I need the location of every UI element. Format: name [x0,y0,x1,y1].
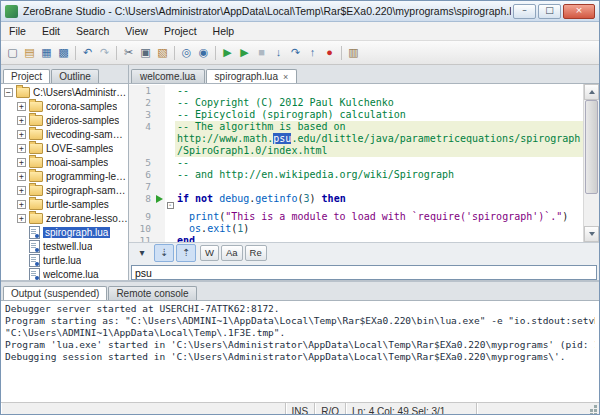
open-file-icon[interactable]: ▤ [21,44,38,61]
code-text: end [175,235,583,242]
tree-folder-item[interactable]: +LOVE-samples [1,141,128,155]
code-token: end [177,235,195,242]
whole-word-toggle[interactable]: W [200,245,219,261]
window-title: ZeroBrane Studio - C:\Users\Administrato… [23,5,511,17]
menu-help[interactable]: Help [205,24,243,38]
expand-expander-icon[interactable]: + [17,116,26,125]
minimize-button[interactable]: – [513,4,536,19]
code-line: 5-- [129,157,583,169]
code-token: -- Epicycloid (spirograph) calculation [177,109,406,120]
code-token: ) [562,211,568,222]
expand-expander-icon[interactable]: + [17,186,26,195]
code-text: -- [175,157,583,169]
fold-collapse-icon[interactable]: - [167,202,174,209]
find-next-icon[interactable]: ⇣ [154,244,174,262]
menu-file[interactable]: File [1,24,34,38]
find-menu-icon[interactable]: ▾ [132,244,152,262]
undo-icon[interactable]: ↶ [79,44,96,61]
search-input[interactable] [131,265,597,280]
step-into-icon[interactable]: ↓ [270,44,287,61]
copy-icon[interactable]: ▣ [137,44,154,61]
code-token: -- [177,157,189,168]
code-token: getinfo [255,193,297,204]
tab-output[interactable]: Output (suspended) [3,286,107,300]
project-panel-tabs: Project Outline [1,65,128,84]
tree-folder-item[interactable]: +corona-samples [1,99,128,113]
scrollbar-track[interactable] [584,194,599,226]
menu-search[interactable]: Search [68,24,117,38]
tab-remote-console[interactable]: Remote console [108,286,196,300]
cut-icon[interactable]: ✂ [120,44,137,61]
output-panel: Output (suspended) Remote console Debugg… [1,280,599,402]
tree-root-item[interactable]: −C:\Users\Administrator\App... [1,85,128,99]
tree-folder-item[interactable]: +spirograph-samples [1,183,128,197]
tree-file-item[interactable]: spirograph.lua [1,225,128,239]
tree-item-label: LOVE-samples [46,143,113,154]
editor-scrollbar[interactable] [583,84,599,242]
code-area[interactable]: 1--2-- Copyright (C) 2012 Paul Kulchenko… [129,84,583,242]
expand-expander-icon[interactable]: + [17,158,26,167]
menu-edit[interactable]: Edit [34,24,68,38]
scroll-up-icon[interactable] [584,84,599,100]
expand-expander-icon[interactable]: + [17,172,26,181]
status-message [1,403,286,415]
code-editor[interactable]: 1--2-- Copyright (C) 2012 Paul Kulchenko… [129,84,599,242]
line-number: 10 [129,223,154,235]
new-file-icon[interactable]: ▢ [4,44,21,61]
expand-expander-icon[interactable]: + [17,214,26,223]
run-icon[interactable]: ▶ [219,44,236,61]
code-text [175,181,583,193]
tab-spirograph-lua[interactable]: spirograph.lua × [206,69,298,83]
stop-icon[interactable]: ■ [253,44,270,61]
tree-folder-item[interactable]: +turtle-samples [1,197,128,211]
tab-project[interactable]: Project [3,69,50,83]
menu-project[interactable]: Project [156,24,205,38]
close-button[interactable]: × [563,4,595,19]
lua-file-icon [29,254,40,267]
tree-item-label: livecoding-samples [46,129,128,140]
code-text: os.exit(1) [175,223,583,235]
tree-folder-item[interactable]: +moai-samples [1,155,128,169]
breakpoint-icon[interactable]: ● [321,44,338,61]
tree-item-label: spirograph.lua [43,227,110,238]
expand-expander-icon[interactable]: + [17,102,26,111]
help-book-icon[interactable]: ▥ [345,44,362,61]
tab-close-icon[interactable]: × [283,72,288,82]
tree-folder-item[interactable]: +gideros-samples [1,113,128,127]
tree-folder-item[interactable]: +zerobrane-lessons [1,211,128,225]
maximize-button[interactable]: □ [538,4,561,19]
find-prev-icon[interactable]: ⇡ [176,244,196,262]
toolbar-separator [174,46,175,60]
tab-welcome-lua[interactable]: welcome.lua [131,69,205,83]
expand-expander-icon[interactable]: + [17,144,26,153]
match-case-toggle[interactable]: Aa [221,245,243,261]
save-icon[interactable]: ▦ [38,44,55,61]
regex-toggle[interactable]: Re [245,245,267,261]
scrollbar-thumb[interactable] [585,100,598,194]
menu-view[interactable]: View [117,24,156,38]
save-all-icon[interactable]: ▩ [55,44,72,61]
paste-icon[interactable]: ▧ [154,44,171,61]
code-token: psu [273,133,291,144]
collapse-expander-icon[interactable]: − [4,88,13,97]
tree-file-item[interactable]: testwell.lua [1,239,128,253]
expand-expander-icon[interactable]: + [17,130,26,139]
tree-file-item[interactable]: turtle.lua [1,253,128,267]
output-line: Program starting as: "C:\Users\ADMINI~1\… [5,315,595,327]
step-over-icon[interactable]: ↷ [287,44,304,61]
find-replace-icon[interactable]: ◉ [195,44,212,61]
redo-icon[interactable]: ↷ [96,44,113,61]
expand-expander-icon[interactable]: + [17,200,26,209]
tree-folder-item[interactable]: +programming-lessons [1,169,128,183]
output-console[interactable]: Debugger server started at USERCHI-7ATTK… [1,301,599,402]
line-number: 7 [129,181,154,193]
tree-folder-item[interactable]: +livecoding-samples [1,127,128,141]
tab-outline[interactable]: Outline [51,69,99,83]
debug-run-icon[interactable]: ▶ [236,44,253,61]
step-out-icon[interactable]: ↑ [304,44,321,61]
tree-file-item[interactable]: welcome.lua [1,267,128,280]
find-toolbar: ▾⇣⇡ WAaRe [129,242,599,263]
find-icon[interactable]: ◎ [178,44,195,61]
scroll-down-icon[interactable] [584,226,599,242]
project-tree[interactable]: −C:\Users\Administrator\App...+corona-sa… [1,84,128,280]
